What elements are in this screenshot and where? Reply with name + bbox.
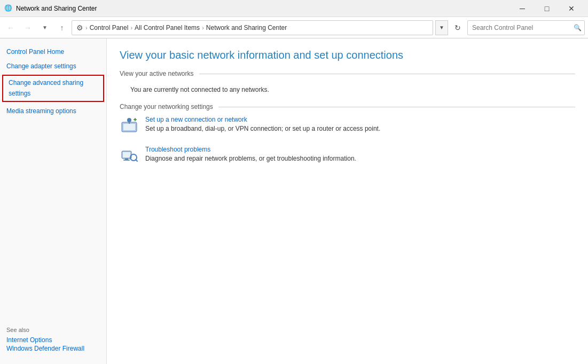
sidebar-item-media-streaming-options[interactable]: Media streaming options bbox=[0, 104, 106, 118]
networking-settings-header: Change your networking settings bbox=[120, 103, 575, 110]
breadcrumb-all-items[interactable]: All Control Panel Items bbox=[135, 24, 200, 31]
troubleshoot-link[interactable]: Troubleshoot problems bbox=[145, 146, 356, 153]
breadcrumb-sep-2: › bbox=[202, 25, 204, 31]
breadcrumb-control-panel[interactable]: Control Panel bbox=[90, 24, 129, 31]
sidebar-item-change-adapter-settings[interactable]: Change adapter settings bbox=[0, 59, 106, 74]
forward-button[interactable]: → bbox=[20, 20, 35, 35]
sidebar-nav: Control Panel Home Change adapter settin… bbox=[0, 45, 106, 118]
svg-line-12 bbox=[136, 160, 137, 161]
sidebar-bottom: See also Internet Options Windows Defend… bbox=[0, 322, 106, 358]
address-bar: ← → ▼ ↑ ⚙ › Control Panel › All Control … bbox=[0, 17, 588, 38]
troubleshoot-icon bbox=[120, 146, 139, 165]
page-title: View your basic network information and … bbox=[120, 49, 575, 61]
back-button[interactable]: ← bbox=[3, 20, 18, 35]
address-breadcrumb[interactable]: ⚙ › Control Panel › All Control Panel It… bbox=[72, 20, 433, 35]
svg-rect-8 bbox=[123, 152, 130, 157]
breadcrumb-sep-0: › bbox=[85, 25, 88, 31]
settings-list: Set up a new connection or network Set u… bbox=[120, 116, 575, 165]
close-button[interactable]: ✕ bbox=[559, 0, 584, 17]
troubleshoot-desc: Diagnose and repair network problems, or… bbox=[145, 155, 356, 162]
no-networks-text: You are currently not connected to any n… bbox=[120, 83, 575, 99]
control-panel-icon: ⚙ bbox=[76, 23, 83, 32]
dropdown-recent-button[interactable]: ▼ bbox=[37, 20, 52, 35]
setup-connection-link[interactable]: Set up a new connection or network bbox=[145, 116, 380, 123]
svg-rect-10 bbox=[123, 160, 130, 161]
address-dropdown-button[interactable]: ▼ bbox=[435, 20, 448, 35]
setup-connection-item: Set up a new connection or network Set u… bbox=[120, 116, 575, 135]
minimize-button[interactable]: ─ bbox=[510, 0, 535, 17]
troubleshoot-item: Troubleshoot problems Diagnose and repai… bbox=[120, 146, 575, 165]
svg-rect-1 bbox=[123, 124, 135, 130]
troubleshoot-text: Troubleshoot problems Diagnose and repai… bbox=[145, 146, 356, 162]
breadcrumb-network-sharing[interactable]: Network and Sharing Center bbox=[206, 24, 287, 31]
search-wrapper: 🔍 bbox=[467, 20, 585, 35]
svg-rect-4 bbox=[128, 119, 131, 121]
sidebar-item-change-advanced-sharing-settings[interactable]: Change advanced sharing settings bbox=[2, 75, 104, 101]
setup-connection-text: Set up a new connection or network Set u… bbox=[145, 116, 380, 132]
app-icon: 🌐 bbox=[4, 4, 13, 13]
search-input[interactable] bbox=[467, 20, 585, 35]
active-networks-divider bbox=[199, 74, 575, 74]
title-bar: 🌐 Network and Sharing Center ─ □ ✕ bbox=[0, 0, 588, 17]
breadcrumb-sep-1: › bbox=[130, 25, 132, 31]
refresh-button[interactable]: ↻ bbox=[450, 20, 465, 35]
windows-defender-firewall-link[interactable]: Windows Defender Firewall bbox=[6, 345, 100, 352]
window-controls: ─ □ ✕ bbox=[510, 0, 584, 17]
internet-options-link[interactable]: Internet Options bbox=[6, 336, 100, 344]
networking-settings-label: Change your networking settings bbox=[120, 103, 213, 110]
setup-connection-desc: Set up a broadband, dial-up, or VPN conn… bbox=[145, 125, 380, 132]
active-networks-header: View your active networks bbox=[120, 70, 575, 77]
see-also-label: See also bbox=[6, 327, 100, 333]
main-layout: Control Panel Home Change adapter settin… bbox=[0, 38, 588, 364]
setup-connection-icon bbox=[120, 116, 139, 135]
sidebar: Control Panel Home Change adapter settin… bbox=[0, 38, 107, 364]
active-networks-label: View your active networks bbox=[120, 70, 194, 77]
sidebar-item-control-panel-home[interactable]: Control Panel Home bbox=[0, 45, 106, 59]
maximize-button[interactable]: □ bbox=[535, 0, 559, 17]
content-area: View your basic network information and … bbox=[107, 38, 588, 364]
networking-settings-divider bbox=[218, 107, 575, 107]
svg-rect-6 bbox=[135, 118, 136, 121]
up-button[interactable]: ↑ bbox=[54, 20, 69, 35]
window-title: Network and Sharing Center bbox=[16, 5, 97, 12]
